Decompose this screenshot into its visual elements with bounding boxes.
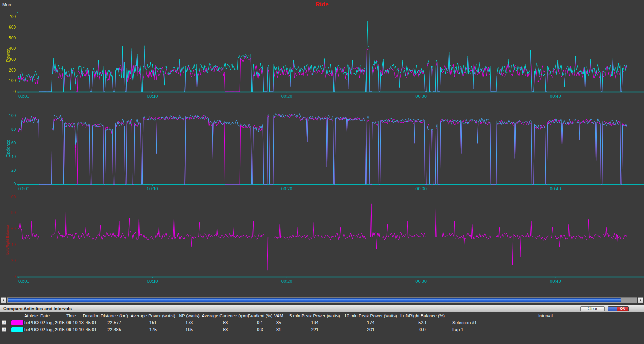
- table-cell: 151: [149, 320, 157, 325]
- row-checkbox[interactable]: ✓: [2, 320, 6, 325]
- balance-axis-label: Left/Right Balance: [6, 225, 10, 255]
- table-cell: 45:01: [86, 320, 97, 325]
- right-arrow-icon: [640, 299, 643, 302]
- row-checkbox[interactable]: ✓: [2, 327, 6, 332]
- column-header: Average Cadence (rpm): [202, 313, 249, 318]
- compare-table-header: AthleteDateTimeDurationDistance (km)Aver…: [0, 313, 644, 319]
- power-chart[interactable]: Power: [0, 10, 644, 101]
- table-cell: 0.1: [257, 320, 263, 325]
- balance-chart-canvas[interactable]: [0, 194, 644, 286]
- column-header: Time: [66, 313, 76, 318]
- column-header: 5 min Peak Power (watts): [289, 313, 340, 318]
- table-cell: 02 lug, 2015: [40, 327, 65, 332]
- column-header: Athlete: [24, 313, 38, 318]
- power-axis-label: Power: [6, 49, 10, 62]
- compare-row[interactable]: ✓bePRO02 lug, 201509:10:1345:0122.577151…: [0, 319, 644, 326]
- table-cell: 45:01: [86, 327, 97, 332]
- table-cell: 194: [311, 320, 318, 325]
- table-cell: Selection #1: [447, 320, 477, 325]
- column-header: Interval: [538, 313, 553, 318]
- table-cell: 201: [367, 327, 374, 332]
- table-cell: 09:10:10: [66, 327, 84, 332]
- cadence-chart-canvas[interactable]: [0, 104, 644, 193]
- scroll-right-button[interactable]: [638, 297, 643, 303]
- table-cell: 174: [367, 320, 374, 325]
- column-header: Gradient (%): [248, 313, 272, 318]
- table-cell: 175: [149, 327, 157, 332]
- table-cell: bePRO: [24, 327, 39, 332]
- table-cell: 0.0: [419, 327, 425, 332]
- compare-table-rows: ✓bePRO02 lug, 201509:10:1345:0122.577151…: [0, 319, 644, 333]
- table-cell: bePRO: [24, 320, 39, 325]
- column-header: Distance (km): [101, 313, 128, 318]
- table-cell: 09:10:13: [66, 320, 84, 325]
- cadence-chart[interactable]: Cadence: [0, 104, 644, 193]
- left-arrow-icon: [1, 299, 4, 302]
- column-header: Average Power (watts): [130, 313, 175, 318]
- table-cell: 88: [223, 327, 228, 332]
- power-chart-canvas[interactable]: [0, 10, 644, 101]
- table-cell: 88: [223, 320, 228, 325]
- column-header: NP (watts): [179, 313, 199, 318]
- table-cell: 81: [276, 327, 281, 332]
- column-header: Date: [40, 313, 50, 318]
- table-cell: 52.1: [418, 320, 427, 325]
- cadence-axis-label: Cadence: [6, 140, 10, 157]
- table-cell: 173: [186, 320, 193, 325]
- toggle-slider: [608, 307, 617, 311]
- series-color-swatch[interactable]: [11, 320, 24, 325]
- table-cell: 221: [311, 327, 318, 332]
- series-color-swatch[interactable]: [11, 327, 24, 332]
- column-header: 10 min Peak Power (watts): [344, 313, 397, 318]
- compare-bar: Compare Activities and Intervals Clear O…: [0, 305, 644, 312]
- balance-chart[interactable]: Left/Right Balance: [0, 194, 644, 286]
- table-cell: Lap 1: [447, 327, 464, 332]
- table-cell: 22.485: [107, 327, 121, 332]
- table-cell: 02 lug, 2015: [40, 320, 65, 325]
- compare-row[interactable]: ✓bePRO02 lug, 201509:10:1045:0122.485175…: [0, 326, 644, 333]
- table-cell: 195: [186, 327, 193, 332]
- compare-on-toggle[interactable]: ON: [608, 306, 629, 311]
- table-cell: 0.3: [257, 327, 263, 332]
- compare-table: AthleteDateTimeDurationDistance (km)Aver…: [0, 313, 644, 333]
- column-header: VAM: [274, 313, 283, 318]
- table-cell: 35: [276, 320, 281, 325]
- chart-title: Ride: [0, 1, 644, 8]
- toggle-on-label: ON: [617, 307, 628, 311]
- scrollbar-thumb[interactable]: [8, 298, 621, 302]
- clear-button[interactable]: Clear: [580, 306, 605, 311]
- table-cell: 22.577: [107, 320, 121, 325]
- horizontal-scrollbar[interactable]: [0, 297, 644, 303]
- scroll-left-button[interactable]: [1, 297, 6, 303]
- column-header: Left/Right Balance (%): [400, 313, 445, 318]
- column-header: Duration: [83, 313, 100, 318]
- scrollbar-track[interactable]: [7, 297, 637, 303]
- compare-title: Compare Activities and Intervals: [3, 306, 72, 311]
